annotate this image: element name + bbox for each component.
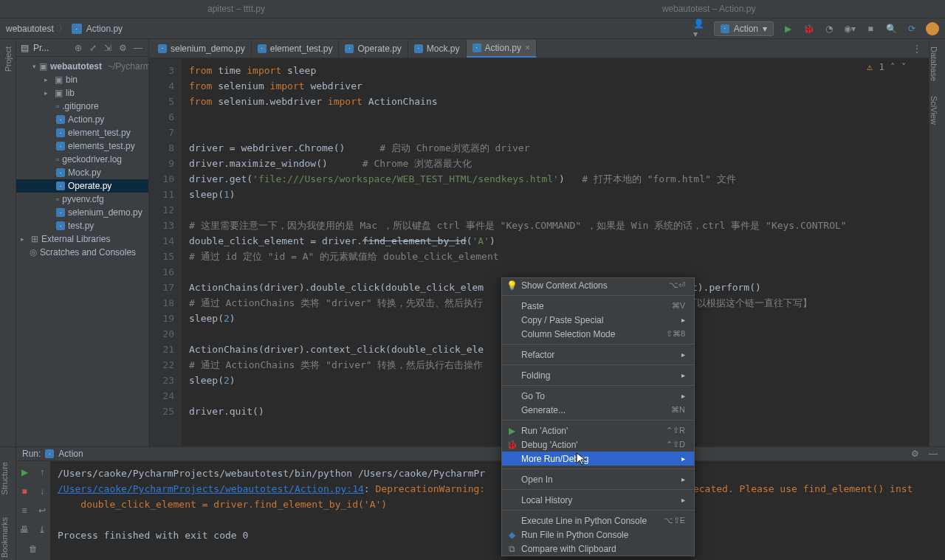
tree-item[interactable]: ·test.py bbox=[16, 219, 148, 232]
chevron-up-icon[interactable]: ˄ bbox=[890, 61, 896, 72]
stop-button[interactable]: ■ bbox=[864, 22, 877, 35]
tree-item[interactable]: ▫geckodriver.log bbox=[16, 153, 148, 166]
down-button[interactable]: ↓ bbox=[35, 485, 49, 498]
project-tool-tab[interactable]: Project bbox=[4, 46, 13, 72]
run-button[interactable]: ▶ bbox=[781, 22, 794, 35]
menu-item[interactable]: Execute Line in Python Console⌥⇧E bbox=[502, 514, 694, 528]
close-icon[interactable]: × bbox=[525, 43, 530, 53]
menu-separator bbox=[502, 469, 694, 469]
file-icon: ▫ bbox=[56, 154, 59, 165]
compare-icon: ⧉ bbox=[506, 544, 517, 554]
menu-item[interactable]: Copy / Paste Special▸ bbox=[502, 313, 694, 327]
editor-tab[interactable]: ·Operate.py bbox=[339, 40, 408, 58]
file-icon: ▫ bbox=[56, 101, 59, 111]
hide-icon[interactable]: — bbox=[929, 449, 939, 459]
tree-item[interactable]: ▸▣lib bbox=[16, 86, 148, 100]
tree-item[interactable]: ▫pyvenv.cfg bbox=[16, 193, 148, 206]
python-file-icon: · bbox=[72, 24, 82, 34]
menu-shortcut: ⌃⇧D bbox=[666, 440, 685, 449]
left-tool-gutter: Project bbox=[0, 39, 16, 446]
user-icon[interactable]: 👤▾ bbox=[693, 22, 707, 35]
tree-item[interactable]: ·selenium_demo.py bbox=[16, 206, 148, 219]
database-tool-tab[interactable]: Database bbox=[929, 39, 938, 81]
run-output[interactable]: /Users/caoke/PycharmProjects/webautotest… bbox=[50, 461, 945, 560]
editor-tab[interactable]: ·Mock.py bbox=[408, 40, 467, 58]
bookmarks-tool-tab[interactable]: Bookmarks bbox=[0, 517, 9, 558]
tree-item[interactable]: ·Mock.py bbox=[16, 166, 148, 179]
debug-button[interactable]: 🐞 bbox=[802, 22, 815, 35]
file-icon: ▫ bbox=[56, 194, 59, 204]
hide-icon[interactable]: — bbox=[134, 43, 144, 53]
tree-item[interactable]: ·element_test.py bbox=[16, 126, 148, 139]
menu-item[interactable]: Column Selection Mode⇧⌘8 bbox=[502, 327, 694, 341]
menu-item[interactable]: ◆Run File in Python Console bbox=[502, 528, 694, 542]
chevron-right-icon: ▸ bbox=[44, 89, 52, 97]
updates-icon[interactable]: ⟳ bbox=[905, 22, 918, 35]
gear-icon[interactable]: ⚙ bbox=[911, 449, 921, 459]
tree-item[interactable]: ▸▣bin bbox=[16, 73, 148, 86]
menu-item[interactable]: Refactor▸ bbox=[502, 348, 694, 362]
collapse-icon[interactable]: ⇲ bbox=[104, 43, 114, 53]
chevron-right-icon: ▸ bbox=[681, 392, 685, 400]
trash-button[interactable]: 🗑 bbox=[27, 542, 40, 556]
sciview-tool-tab[interactable]: SciView bbox=[929, 81, 938, 125]
expand-icon[interactable]: ⤢ bbox=[89, 43, 100, 53]
menu-item[interactable]: Folding▸ bbox=[502, 368, 694, 382]
run-config-name[interactable]: Action bbox=[58, 449, 83, 459]
python-file-icon: · bbox=[414, 44, 423, 53]
avatar[interactable] bbox=[926, 22, 939, 35]
editor-tab[interactable]: ·Action.py× bbox=[467, 40, 537, 58]
tree-item[interactable]: ▫.gitignore bbox=[16, 100, 148, 113]
menu-item[interactable]: More Run/Debug▸ bbox=[502, 452, 694, 466]
rerun-button[interactable]: ▶ bbox=[18, 466, 31, 479]
run-panel: Structure Bookmarks Run: · Action ⚙ — ▶ bbox=[0, 446, 945, 560]
menu-item[interactable]: Open In▸ bbox=[502, 472, 694, 486]
breadcrumb-project[interactable]: webautotest bbox=[6, 24, 54, 34]
project-tree: ▾ ▣ webautotest ~/PycharmPr ▸▣bin▸▣lib▫.… bbox=[16, 57, 148, 262]
tree-item[interactable]: ·elements_test.py bbox=[16, 139, 148, 153]
scroll-button[interactable]: ⤓ bbox=[35, 523, 49, 536]
tree-root[interactable]: ▾ ▣ webautotest ~/PycharmPr bbox=[16, 60, 148, 73]
print-button[interactable]: 🖶 bbox=[18, 523, 31, 536]
stop-button[interactable]: ■ bbox=[18, 485, 31, 498]
menu-item[interactable]: Local History▸ bbox=[502, 493, 694, 507]
coverage-button[interactable]: ◔ bbox=[822, 22, 836, 35]
up-button[interactable]: ↑ bbox=[35, 466, 49, 479]
debug-icon: 🐞 bbox=[506, 440, 517, 450]
tab-options-icon[interactable]: ⋮ bbox=[913, 44, 923, 54]
run-configuration-dropdown[interactable]: · Action ▾ bbox=[714, 21, 774, 36]
profile-button[interactable]: ◉▾ bbox=[843, 22, 856, 35]
menu-item[interactable]: Go To▸ bbox=[502, 389, 694, 403]
gear-icon[interactable]: ⚙ bbox=[119, 43, 129, 53]
breadcrumb-file[interactable]: Action.py bbox=[86, 24, 123, 34]
structure-tool-tab[interactable]: Structure bbox=[0, 462, 9, 495]
menu-item[interactable]: Generate...⌘N bbox=[502, 403, 694, 417]
inspection-widget[interactable]: ⚠ 1 ˄ ˅ bbox=[867, 61, 907, 72]
layout-button[interactable]: ≡ bbox=[18, 504, 31, 517]
line-number-gutter: 345678910111213141516171819202122232425 bbox=[149, 58, 182, 446]
search-icon[interactable]: 🔍 bbox=[884, 22, 898, 35]
run-toolbar: ▶ ↑ ■ ↓ ≡ ↩ 🖶 ⤓ 🗑 bbox=[16, 461, 50, 560]
titlebar-right: webautotest – Action.py bbox=[472, 0, 945, 18]
chevron-right-icon: ▸ bbox=[681, 496, 685, 504]
tree-item[interactable]: ·Operate.py bbox=[16, 179, 148, 193]
editor-tab[interactable]: ·selenium_demo.py bbox=[152, 40, 252, 58]
python-file-icon: · bbox=[56, 168, 65, 177]
scratches-consoles[interactable]: ◎ Scratches and Consoles bbox=[16, 246, 148, 259]
menu-item[interactable]: 🐞Debug 'Action'⌃⇧D bbox=[502, 438, 694, 452]
locate-icon[interactable]: ⊕ bbox=[75, 43, 85, 53]
menu-item[interactable]: ⧉Compare with Clipboard bbox=[502, 542, 694, 556]
menu-shortcut: ⌃⇧R bbox=[666, 426, 685, 435]
tree-item[interactable]: ·Action.py bbox=[16, 113, 148, 126]
chevron-down-icon[interactable]: ˅ bbox=[901, 61, 907, 72]
menu-item[interactable]: ▶Run 'Action'⌃⇧R bbox=[502, 424, 694, 438]
navbar: webautotest 〉 · Action.py 👤▾ · Action ▾ … bbox=[0, 18, 945, 39]
external-libraries[interactable]: ▸ ⊞ External Libraries bbox=[16, 232, 148, 246]
menu-item[interactable]: 💡Show Context Actions⌥⏎ bbox=[502, 278, 694, 292]
python-file-icon: · bbox=[56, 221, 65, 230]
menu-separator bbox=[502, 489, 694, 490]
menu-item[interactable]: Paste⌘V bbox=[502, 299, 694, 313]
chevron-right-icon: ▸ bbox=[681, 475, 685, 483]
editor-tab[interactable]: ·element_test.py bbox=[252, 40, 340, 58]
wrap-button[interactable]: ↩ bbox=[35, 504, 49, 517]
